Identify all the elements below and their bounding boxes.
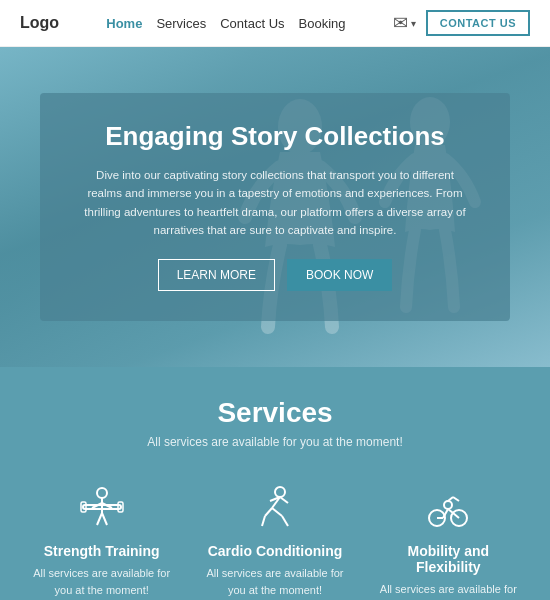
svg-line-17: [280, 497, 288, 503]
services-grid: Strength Training All services are avail…: [20, 473, 530, 600]
svg-line-24: [453, 513, 459, 518]
svg-point-2: [97, 488, 107, 498]
service-name-cardio: Cardio Conditioning: [208, 543, 343, 559]
mobility-icon: [423, 483, 473, 533]
hero-buttons: LEARN MORE BOOK NOW: [80, 259, 470, 291]
svg-point-21: [444, 501, 452, 509]
mail-icon[interactable]: ✉ ▾: [393, 12, 416, 34]
svg-line-26: [448, 497, 453, 501]
service-name-strength: Strength Training: [44, 543, 160, 559]
contact-us-button[interactable]: CONTACT US: [426, 10, 530, 36]
service-card-strength: Strength Training All services are avail…: [20, 473, 183, 600]
hero-title: Engaging Story Collections: [80, 121, 470, 152]
service-card-cardio: Cardio Conditioning All services are ava…: [193, 473, 356, 600]
svg-line-23: [448, 509, 453, 513]
navbar: Logo Home Services Contact Us Booking ✉ …: [0, 0, 550, 47]
hero-section: Engaging Story Collections Dive into our…: [0, 47, 550, 367]
svg-line-13: [265, 508, 272, 516]
hero-description: Dive into our captivating story collecti…: [80, 166, 470, 240]
service-desc-cardio: All services are available for you at th…: [201, 565, 348, 598]
logo: Logo: [20, 14, 59, 32]
nav-home[interactable]: Home: [106, 16, 142, 31]
hero-card: Engaging Story Collections Dive into our…: [40, 93, 510, 322]
svg-line-7: [102, 513, 107, 525]
svg-line-27: [453, 497, 459, 501]
services-subtitle: All services are available for you at th…: [20, 435, 530, 449]
svg-line-6: [97, 513, 102, 525]
svg-line-15: [262, 516, 265, 526]
svg-line-14: [272, 508, 282, 516]
nav-links: Home Services Contact Us Booking: [106, 16, 345, 31]
svg-line-16: [282, 516, 288, 526]
service-name-mobility: Mobility and Flexibility: [375, 543, 522, 575]
strength-icon: [77, 483, 127, 533]
book-now-button[interactable]: BOOK NOW: [287, 259, 392, 291]
nav-contact[interactable]: Contact Us: [220, 16, 284, 31]
nav-booking[interactable]: Booking: [299, 16, 346, 31]
service-card-mobility: Mobility and Flexibility All services ar…: [367, 473, 530, 600]
cardio-icon: [250, 483, 300, 533]
services-section: Services All services are available for …: [0, 367, 550, 600]
nav-right: ✉ ▾ CONTACT US: [393, 10, 530, 36]
nav-services[interactable]: Services: [156, 16, 206, 31]
svg-point-11: [275, 487, 285, 497]
service-desc-strength: All services are available for you at th…: [28, 565, 175, 598]
service-desc-mobility: All services are available for you at th…: [375, 581, 522, 600]
learn-more-button[interactable]: LEARN MORE: [158, 259, 275, 291]
services-title: Services: [20, 397, 530, 429]
